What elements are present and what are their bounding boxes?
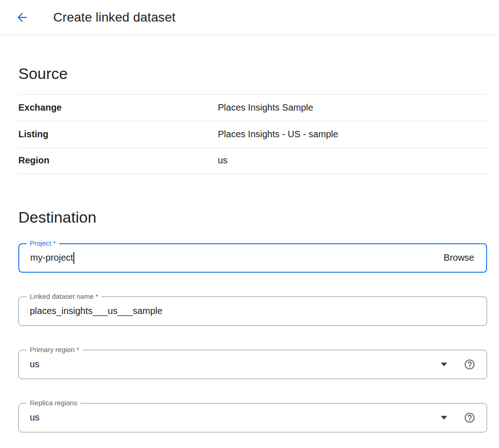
- exchange-value: Places Insights Sample: [218, 102, 313, 113]
- replica-regions-field[interactable]: Replica regions us: [18, 403, 487, 432]
- table-row: Listing Places Insights - US - sample: [18, 121, 487, 147]
- question-mark-circle-icon: [464, 358, 476, 370]
- listing-label: Listing: [18, 129, 218, 140]
- text-cursor: [73, 252, 74, 264]
- table-row: Exchange Places Insights Sample: [18, 94, 487, 121]
- linked-dataset-name-field[interactable]: Linked dataset name * places_insights___…: [18, 297, 487, 326]
- browse-button[interactable]: Browse: [444, 252, 475, 263]
- primary-region-field[interactable]: Primary region * us: [18, 350, 487, 379]
- arrow-back-icon: [15, 11, 29, 24]
- back-button[interactable]: [12, 7, 32, 28]
- project-input-value: my-project: [30, 252, 73, 263]
- replica-regions-value: us: [30, 412, 39, 423]
- content: Source Exchange Places Insights Sample L…: [0, 64, 499, 445]
- primary-region-help-button[interactable]: [464, 358, 476, 370]
- destination-heading: Destination: [18, 208, 487, 227]
- caret-down-icon[interactable]: [441, 416, 447, 420]
- linked-dataset-name-label: Linked dataset name *: [27, 292, 101, 301]
- replica-regions-select[interactable]: us: [30, 412, 435, 423]
- region-value: us: [218, 155, 227, 166]
- source-table: Exchange Places Insights Sample Listing …: [18, 94, 487, 174]
- question-mark-circle-icon: [464, 412, 476, 424]
- listing-value: Places Insights - US - sample: [218, 129, 338, 140]
- project-field[interactable]: Project * my-project Browse: [18, 243, 487, 273]
- page-title: Create linked dataset: [53, 10, 176, 25]
- linked-dataset-name-value: places_insights___us___sample: [30, 306, 162, 316]
- region-label: Region: [18, 155, 218, 166]
- project-input[interactable]: my-project: [30, 252, 444, 264]
- replica-regions-help-button[interactable]: [464, 412, 476, 424]
- primary-region-value: us: [30, 359, 39, 370]
- source-heading: Source: [18, 64, 487, 83]
- header: Create linked dataset: [0, 0, 499, 35]
- table-row: Region us: [18, 147, 487, 174]
- primary-region-label: Primary region *: [27, 345, 83, 354]
- caret-down-icon[interactable]: [441, 363, 447, 366]
- exchange-label: Exchange: [18, 102, 218, 113]
- replica-regions-label: Replica regions: [27, 398, 80, 408]
- linked-dataset-name-input[interactable]: places_insights___us___sample: [30, 306, 476, 316]
- primary-region-select[interactable]: us: [30, 359, 435, 370]
- project-field-label: Project *: [27, 239, 59, 248]
